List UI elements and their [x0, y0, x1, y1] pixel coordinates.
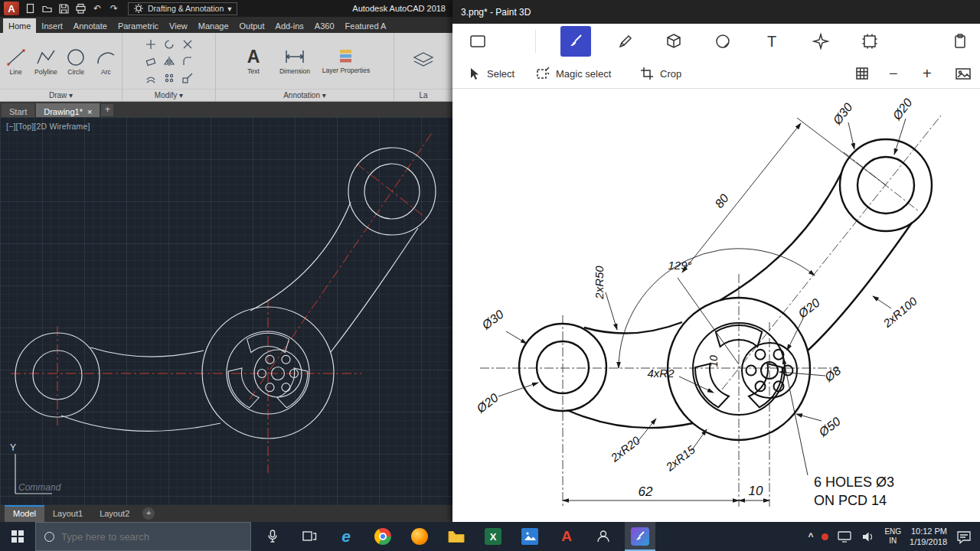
caret-down-icon: ▾ — [69, 91, 73, 99]
new-file-icon[interactable] — [24, 2, 36, 15]
language-indicator[interactable]: ENG IN — [884, 527, 901, 546]
chrome-icon[interactable] — [368, 522, 398, 551]
canvas-tool[interactable] — [860, 31, 880, 51]
command-line[interactable]: Command — [18, 482, 60, 493]
move-icon[interactable] — [145, 38, 157, 51]
open-folder-icon[interactable] — [41, 2, 53, 15]
pencil-tool[interactable] — [616, 31, 635, 51]
edge-icon[interactable]: e — [331, 522, 361, 551]
dim-62: 62 — [639, 484, 653, 499]
text-tool[interactable]: A Text — [239, 47, 268, 75]
tray-expand-icon[interactable]: ^ — [808, 531, 813, 542]
annotation-panel-label[interactable]: Annotation ▾ — [216, 89, 394, 101]
scale-icon[interactable] — [181, 72, 194, 84]
tab-layout2[interactable]: Layout2 — [91, 505, 138, 522]
dimension-tool[interactable]: Dimension — [273, 47, 317, 75]
region-code: IN — [889, 536, 897, 546]
array-icon[interactable] — [163, 72, 175, 84]
caret-down-icon: ▾ — [179, 91, 183, 99]
paste-icon[interactable] — [950, 31, 970, 51]
grid-toggle[interactable] — [854, 58, 870, 89]
arc-icon — [95, 46, 116, 67]
excel-icon[interactable]: X — [478, 522, 508, 551]
zoom-out-button[interactable]: − — [889, 58, 898, 89]
crop-button[interactable]: Crop — [639, 58, 681, 89]
line-tool[interactable]: Line — [3, 46, 28, 76]
tab-output[interactable]: Output — [234, 18, 270, 33]
brushes-tool[interactable] — [560, 26, 591, 57]
paint3d-canvas[interactable]: 62 10 80 129° 2xR50 Ø30 Ø20 4xR2 10 Ø20 … — [452, 89, 980, 522]
offset-icon[interactable] — [145, 72, 157, 84]
undo-icon[interactable]: ↶ — [91, 2, 103, 15]
autocad-taskbar-icon[interactable]: A — [551, 522, 582, 551]
new-drawing-tab-button[interactable]: + — [101, 104, 113, 116]
action-center-icon[interactable] — [956, 529, 972, 544]
modify-panel-label[interactable]: Modify ▾ — [122, 89, 215, 101]
people-icon[interactable] — [588, 522, 619, 551]
tab-home[interactable]: Home — [3, 18, 36, 33]
file-tab-start[interactable]: Start — [2, 103, 34, 117]
polyline-tool[interactable]: Polyline — [33, 46, 58, 76]
tab-manage[interactable]: Manage — [193, 18, 234, 33]
search-input[interactable] — [61, 531, 230, 543]
autocad-drawing: Y — [0, 117, 452, 505]
tab-model[interactable]: Model — [5, 505, 44, 522]
dimension-label: Dimension — [279, 67, 310, 75]
trim-icon[interactable] — [181, 38, 194, 51]
close-icon[interactable]: × — [87, 107, 92, 116]
tab-view[interactable]: View — [164, 18, 193, 33]
paint3d-taskbar-icon[interactable] — [625, 522, 655, 551]
text-tool[interactable]: T — [762, 31, 782, 51]
dim-10-vertical: 10 — [707, 355, 720, 367]
zoom-in-button[interactable]: + — [923, 58, 932, 89]
monitor-icon[interactable] — [837, 530, 852, 543]
fillet-icon[interactable] — [181, 55, 194, 67]
image-fit-button[interactable] — [955, 58, 972, 89]
mirror-icon[interactable] — [163, 55, 175, 67]
microphone-icon[interactable] — [257, 522, 288, 551]
file-tab-drawing1[interactable]: Drawing1* × — [36, 103, 100, 117]
circle-tool[interactable]: Circle — [64, 46, 89, 76]
tab-parametric[interactable]: Parametric — [113, 18, 164, 33]
3d-shapes-tool[interactable] — [664, 31, 684, 51]
taskbar-clock[interactable]: 10:12 PM 1/19/2018 — [910, 526, 947, 548]
photos-icon[interactable] — [514, 522, 545, 551]
layer-properties-tool[interactable]: Layer Properties — [322, 47, 371, 74]
notification-badge-icon[interactable] — [822, 533, 828, 540]
layers-panel-cropped: La — [394, 33, 452, 101]
draw-panel-label[interactable]: Draw ▾ — [0, 89, 122, 101]
speaker-icon[interactable] — [861, 530, 876, 543]
system-tray: ^ ENG IN 10:12 PM 1/19/2018 — [808, 526, 980, 548]
tab-addins[interactable]: Add-ins — [270, 18, 309, 33]
file-explorer-icon[interactable] — [441, 522, 472, 551]
paint3d-toolbar: T — [452, 24, 980, 58]
layers-panel-label[interactable]: La — [394, 89, 452, 101]
paint3d-window: 3.png* - Paint 3D T Select Magic selec — [452, 0, 980, 522]
firefox-icon[interactable] — [404, 522, 435, 551]
layer-stack-icon[interactable] — [412, 50, 435, 73]
autocad-model-canvas[interactable]: [−][Top][2D Wireframe] — [0, 117, 452, 505]
add-layout-button[interactable]: + — [142, 507, 155, 520]
tab-layout1[interactable]: Layout1 — [44, 505, 91, 522]
autocad-app-icon[interactable]: A — [4, 2, 19, 15]
taskbar-search[interactable] — [35, 522, 251, 551]
redo-icon[interactable]: ↷ — [108, 2, 120, 15]
magic-select-button[interactable]: Magic select — [535, 58, 611, 89]
rotate-icon[interactable] — [163, 38, 175, 51]
plot-printer-icon[interactable] — [74, 2, 87, 15]
tab-insert[interactable]: Insert — [36, 18, 68, 33]
tab-a360[interactable]: A360 — [309, 18, 340, 33]
arc-tool[interactable]: Arc — [93, 46, 119, 76]
stickers-tool[interactable] — [713, 31, 733, 51]
task-view-icon[interactable] — [294, 522, 325, 551]
select-button[interactable]: Select — [466, 58, 514, 89]
line-label: Line — [10, 68, 22, 76]
tab-featured-apps[interactable]: Featured A — [340, 18, 392, 33]
start-button[interactable] — [0, 522, 35, 551]
effects-tool[interactable] — [811, 31, 831, 51]
save-icon[interactable] — [57, 2, 70, 15]
erase-icon[interactable] — [145, 55, 157, 67]
menu-board-icon[interactable] — [468, 31, 488, 51]
tab-annotate[interactable]: Annotate — [68, 18, 113, 33]
workspace-selector[interactable]: Drafting & Annotation ▾ — [128, 2, 237, 15]
